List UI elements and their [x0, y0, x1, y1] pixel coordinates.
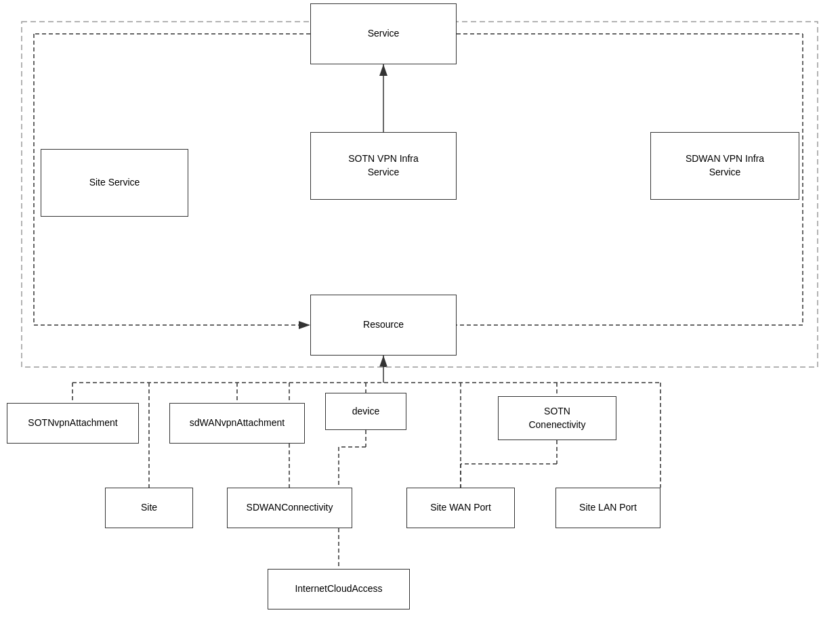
site-lan-box: Site LAN Port [555, 488, 660, 528]
sdwan-attach-label: sdWANvpnAttachment [190, 416, 285, 430]
svg-marker-1 [379, 64, 387, 76]
svg-marker-5 [299, 321, 310, 329]
site-lan-label: Site LAN Port [579, 501, 637, 515]
site-label: Site [141, 501, 157, 515]
sotn-conn-box: SOTNConenectivity [498, 396, 616, 440]
device-label: device [352, 405, 379, 419]
resource-box: Resource [310, 295, 457, 356]
service-label: Service [368, 27, 400, 41]
sotn-vpn-box: SOTN VPN InfraService [310, 132, 457, 200]
site-service-label: Site Service [89, 176, 140, 190]
sotn-attach-box: SOTNvpnAttachment [7, 403, 139, 444]
resource-label: Resource [363, 318, 404, 332]
site-box: Site [105, 488, 193, 528]
service-box: Service [310, 3, 457, 64]
internet-box: InternetCloudAccess [268, 569, 410, 609]
sdwan-attach-box: sdWANvpnAttachment [169, 403, 305, 444]
sotn-attach-label: SOTNvpnAttachment [28, 416, 117, 430]
sdwan-conn-label: SDWANConnectivity [247, 501, 333, 515]
diagram-container: Service Site Service SOTN VPN InfraServi… [0, 0, 840, 621]
site-wan-label: Site WAN Port [430, 501, 491, 515]
device-box: device [325, 393, 406, 430]
sdwan-conn-box: SDWANConnectivity [227, 488, 352, 528]
site-wan-box: Site WAN Port [406, 488, 515, 528]
svg-marker-10 [379, 356, 387, 367]
sdwan-vpn-box: SDWAN VPN InfraService [650, 132, 799, 200]
internet-label: InternetCloudAccess [295, 582, 382, 596]
sdwan-vpn-label: SDWAN VPN InfraService [686, 152, 764, 179]
sotn-vpn-label: SOTN VPN InfraService [348, 152, 418, 179]
sotn-conn-label: SOTNConenectivity [528, 405, 585, 431]
site-service-box: Site Service [41, 149, 188, 217]
